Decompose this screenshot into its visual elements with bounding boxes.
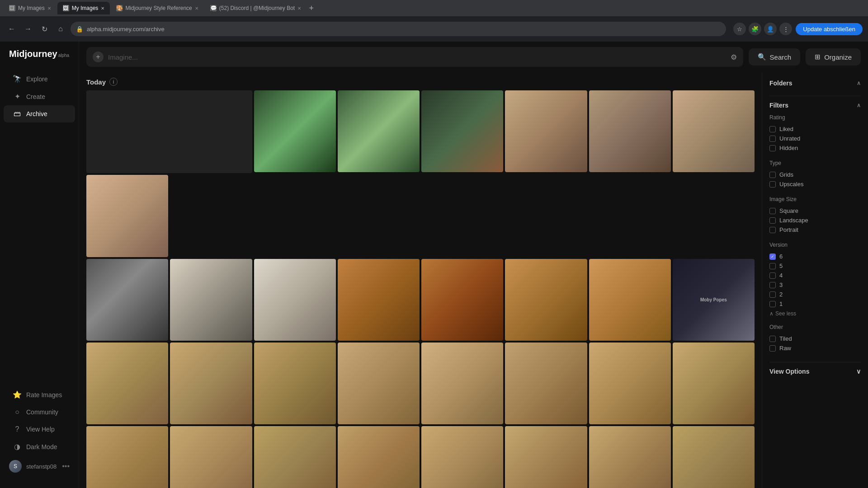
image-cell[interactable] xyxy=(86,343,168,424)
image-cell[interactable] xyxy=(505,259,587,341)
image-cell[interactable] xyxy=(338,426,420,488)
search-button[interactable]: 🔍 Search xyxy=(749,48,801,66)
image-cell[interactable] xyxy=(86,426,168,488)
filters-header[interactable]: Filters ∧ xyxy=(769,102,861,109)
filter-v3[interactable]: 3 xyxy=(769,280,861,290)
sidebar-item-explore[interactable]: 🔭 Explore xyxy=(4,70,75,88)
image-cell[interactable] xyxy=(589,426,671,488)
image-cell[interactable] xyxy=(170,343,252,424)
filter-unrated[interactable]: Unrated xyxy=(769,134,861,143)
image-cell[interactable] xyxy=(505,426,587,488)
imagine-input[interactable]: + Imagine... ⚙ xyxy=(86,47,743,67)
image-cell[interactable] xyxy=(86,175,168,257)
filter-upscales[interactable]: Upscales xyxy=(769,179,861,189)
tab-2[interactable]: 🖼 My Images ✕ xyxy=(57,2,110,14)
image-cell[interactable] xyxy=(170,259,252,341)
image-cell[interactable] xyxy=(338,259,420,341)
v5-checkbox[interactable] xyxy=(769,263,776,269)
forward-button[interactable]: → xyxy=(22,23,34,35)
filter-landscape[interactable]: Landscape xyxy=(769,216,861,225)
landscape-checkbox[interactable] xyxy=(769,217,776,224)
image-cell[interactable] xyxy=(338,90,420,172)
image-cell[interactable] xyxy=(421,426,503,488)
upscales-checkbox[interactable] xyxy=(769,181,776,188)
back-button[interactable]: ← xyxy=(5,23,18,35)
image-cell[interactable] xyxy=(254,343,336,424)
sidebar-item-rate-images[interactable]: ⭐ Rate Images xyxy=(4,386,75,404)
image-cell[interactable] xyxy=(421,259,503,341)
tab-3[interactable]: 🎨 Midjourney Style Reference ✕ xyxy=(111,2,203,14)
image-cell[interactable] xyxy=(86,259,168,341)
image-cell[interactable] xyxy=(86,90,252,173)
image-cell[interactable] xyxy=(170,426,252,488)
filter-icon[interactable]: ⚙ xyxy=(731,53,737,61)
extensions-btn[interactable]: 🧩 xyxy=(749,23,761,35)
v4-checkbox[interactable] xyxy=(769,272,776,279)
image-cell[interactable] xyxy=(673,90,755,172)
filter-raw[interactable]: Raw xyxy=(769,343,861,353)
filter-tiled[interactable]: Tiled xyxy=(769,334,861,343)
v3-checkbox[interactable] xyxy=(769,282,776,288)
profile-btn[interactable]: 👤 xyxy=(764,23,777,35)
image-cell[interactable] xyxy=(673,426,755,488)
filter-portrait[interactable]: Portrait xyxy=(769,225,861,235)
menu-btn[interactable]: ⋮ xyxy=(779,23,792,35)
tab-4[interactable]: 💬 (52) Discord | @Midjourney Bot ✕ xyxy=(205,2,304,14)
image-cell[interactable] xyxy=(421,90,503,172)
raw-checkbox[interactable] xyxy=(769,345,776,352)
reload-button[interactable]: ↻ xyxy=(38,23,51,35)
filter-hidden[interactable]: Hidden xyxy=(769,143,861,153)
new-tab-button[interactable]: + xyxy=(305,2,318,14)
sidebar-item-view-help[interactable]: ? View Help xyxy=(4,421,75,438)
filter-v5[interactable]: 5 xyxy=(769,261,861,271)
image-cell[interactable] xyxy=(421,343,503,424)
info-icon[interactable]: i xyxy=(109,78,118,86)
image-cell[interactable] xyxy=(254,90,336,172)
filter-v2[interactable]: 2 xyxy=(769,290,861,299)
organize-button[interactable]: ⊞ Organize xyxy=(806,48,861,66)
user-more-icon[interactable]: ••• xyxy=(62,462,70,470)
v1-checkbox[interactable] xyxy=(769,301,776,307)
image-cell[interactable] xyxy=(505,90,587,172)
sidebar-item-archive[interactable]: 🗃 Archive xyxy=(4,105,75,122)
view-options-header[interactable]: View Options ∨ xyxy=(769,368,861,375)
image-cell[interactable] xyxy=(589,90,671,172)
v2-checkbox[interactable] xyxy=(769,291,776,298)
liked-checkbox[interactable] xyxy=(769,126,776,132)
v6-checkbox[interactable] xyxy=(769,253,776,260)
image-cell[interactable] xyxy=(589,343,671,424)
url-bar[interactable]: 🔒 alpha.midjourney.com/archive xyxy=(71,22,726,36)
hidden-checkbox[interactable] xyxy=(769,145,776,151)
image-cell[interactable] xyxy=(673,343,755,424)
image-cell[interactable] xyxy=(254,259,336,341)
portrait-checkbox[interactable] xyxy=(769,227,776,233)
sidebar-item-create[interactable]: ✦ Create xyxy=(4,88,75,105)
user-profile[interactable]: S stefanstp08 ••• xyxy=(0,455,79,477)
unrated-checkbox[interactable] xyxy=(769,136,776,142)
image-cell[interactable] xyxy=(338,343,420,424)
tab-1-close[interactable]: ✕ xyxy=(47,6,51,11)
tab-4-close[interactable]: ✕ xyxy=(297,6,301,11)
filter-square[interactable]: Square xyxy=(769,206,861,216)
add-icon[interactable]: + xyxy=(93,52,104,62)
image-cell[interactable] xyxy=(505,343,587,424)
image-cell[interactable] xyxy=(254,426,336,488)
grids-checkbox[interactable] xyxy=(769,172,776,178)
filter-v4[interactable]: 4 xyxy=(769,271,861,280)
tab-3-close[interactable]: ✕ xyxy=(195,6,198,11)
filter-v1[interactable]: 1 xyxy=(769,299,861,309)
sidebar-item-community[interactable]: ○ Community xyxy=(4,404,75,421)
tab-2-close[interactable]: ✕ xyxy=(101,6,104,11)
filter-v6[interactable]: 6 xyxy=(769,252,861,261)
image-cell[interactable]: Moby Popes xyxy=(673,259,755,341)
filter-liked[interactable]: Liked xyxy=(769,124,861,134)
image-cell[interactable] xyxy=(589,259,671,341)
update-button[interactable]: Update abschließen xyxy=(796,23,863,35)
folders-header[interactable]: Folders ∧ xyxy=(769,80,861,87)
square-checkbox[interactable] xyxy=(769,208,776,214)
tiled-checkbox[interactable] xyxy=(769,336,776,342)
bookmark-btn[interactable]: ☆ xyxy=(733,23,746,35)
see-less-btn[interactable]: ∧ See less xyxy=(769,310,861,317)
tab-1[interactable]: 🖼 My Images ✕ xyxy=(4,2,57,14)
home-button[interactable]: ⌂ xyxy=(54,23,67,35)
